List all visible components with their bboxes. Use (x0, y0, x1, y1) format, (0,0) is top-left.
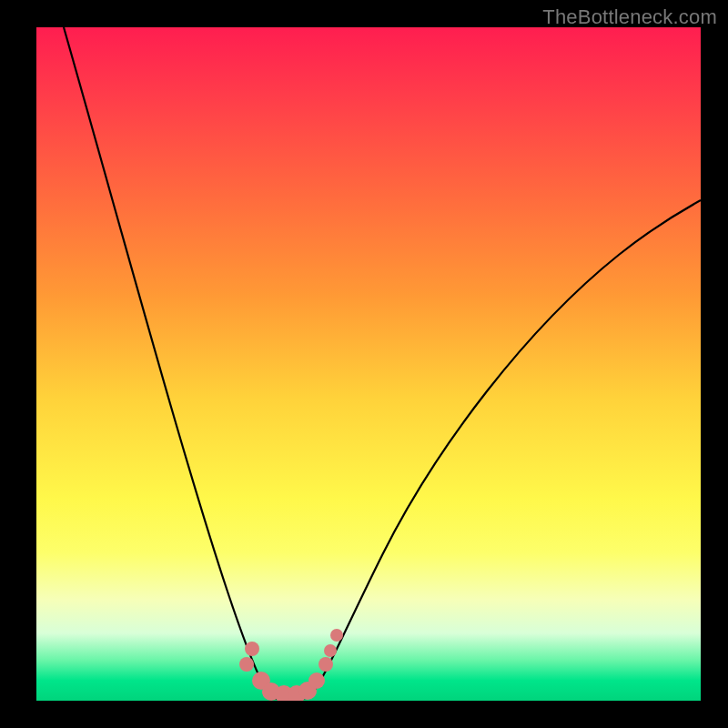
plot-area (36, 27, 701, 701)
chart-frame: TheBottleneck.com (0, 0, 728, 728)
svg-point-0 (239, 657, 254, 672)
left-curve (64, 27, 271, 697)
curve-layer (36, 27, 701, 701)
svg-point-1 (245, 642, 259, 656)
svg-point-8 (318, 657, 333, 672)
right-curve (309, 200, 701, 697)
svg-point-9 (324, 644, 337, 657)
svg-point-10 (330, 629, 343, 642)
svg-point-7 (308, 672, 325, 689)
watermark-text: TheBottleneck.com (542, 5, 717, 29)
